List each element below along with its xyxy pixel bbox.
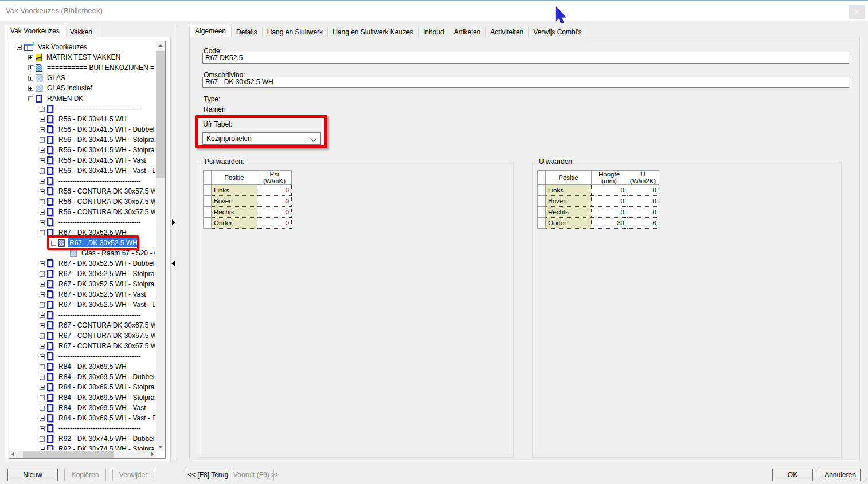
resize-grip[interactable] [860, 476, 867, 483]
value-cell[interactable]: 0 [627, 196, 659, 207]
value-cell[interactable]: 0 [257, 185, 292, 196]
tree-item[interactable]: R67 - DK 30x52.5 WH - Stolpraar [10, 269, 155, 279]
value-cell[interactable]: 30 [592, 218, 627, 229]
expand-toggle-icon[interactable] [40, 220, 45, 225]
tab-vakken[interactable]: Vakken [65, 27, 97, 37]
tree-item[interactable]: R56 - CONTURA DK 30x57.5 WH [10, 186, 155, 196]
tab-activiteiten[interactable]: Activiteiten [485, 27, 529, 37]
tree-item[interactable]: GLAS inclusief [10, 83, 155, 93]
tree-item[interactable]: Glas - Raam 67 - S20 - GL [10, 248, 155, 258]
expand-toggle-icon[interactable] [40, 333, 45, 339]
omschrijving-input[interactable]: R67 - DK 30x52.5 WH [202, 77, 849, 88]
tree-item[interactable]: R84 - DK 30x69.5 WH - Vast [10, 403, 155, 413]
tree-item[interactable]: ------------------------------------ [10, 176, 155, 186]
expand-toggle-icon[interactable] [40, 271, 45, 277]
expand-toggle-icon[interactable] [40, 148, 45, 153]
tab-details[interactable]: Details [231, 27, 263, 37]
value-cell[interactable]: 0 [627, 207, 659, 218]
tree-horizontal-scrollbar[interactable] [9, 451, 156, 458]
tree-item[interactable]: ------------------------------------ [10, 104, 155, 114]
expand-toggle-icon[interactable] [17, 45, 22, 50]
annuleren-button[interactable]: Annuleren [820, 469, 861, 481]
value-cell[interactable]: 0 [257, 218, 292, 229]
scroll-left-icon[interactable] [11, 452, 14, 457]
tab-artikelen[interactable]: Artikelen [449, 27, 486, 37]
row-selector[interactable] [204, 196, 212, 207]
splitter-expand-right-icon[interactable] [172, 219, 175, 225]
expand-toggle-icon[interactable] [40, 261, 45, 266]
expand-toggle-icon[interactable] [40, 168, 45, 174]
expand-toggle-icon[interactable] [40, 344, 45, 349]
tree-item[interactable]: ------------------------------------ [10, 351, 155, 361]
tab-inhoud[interactable]: Inhoud [418, 27, 449, 37]
ufr-tabel-dropdown[interactable]: Kozijnprofielen [202, 132, 321, 145]
expand-toggle-icon[interactable] [28, 86, 33, 91]
nieuw-button[interactable]: Nieuw [7, 469, 58, 481]
expand-toggle-icon[interactable] [40, 416, 45, 421]
value-cell[interactable]: 0 [257, 196, 292, 207]
tree-item[interactable]: GLAS [10, 73, 155, 83]
tab-hang-en-sluitwerk[interactable]: Hang en Sluitwerk [262, 27, 328, 37]
expand-toggle-icon[interactable] [40, 230, 45, 235]
tree-item[interactable]: R67 - CONTURA DK 30x67.5 WH [10, 320, 155, 330]
tree-item[interactable]: ------------------------------------ [10, 310, 155, 320]
tree-item[interactable]: R56 - DK 30x41.5 WH - Dubbel K [10, 124, 155, 135]
expand-toggle-icon[interactable] [28, 55, 33, 60]
tree-item[interactable]: R67 - DK 30x52.5 WH [10, 238, 155, 248]
value-cell[interactable]: 6 [627, 218, 659, 229]
tree-view[interactable]: Vak VoorkeuzesMATRIX TEST VAKKEN========… [9, 41, 166, 459]
tab-verwijs-combi-s[interactable]: Verwijs Combi's [528, 27, 587, 37]
expand-toggle-icon[interactable] [40, 426, 45, 431]
expand-toggle-icon[interactable] [40, 179, 45, 184]
code-input[interactable]: R67 DK52.5 [202, 53, 849, 64]
row-selector[interactable] [204, 207, 212, 218]
tree-item[interactable]: R67 - DK 30x52.5 WH - Dubbel K [10, 258, 155, 269]
scroll-up-icon[interactable] [158, 44, 163, 47]
row-selector[interactable] [538, 185, 546, 196]
tree-item[interactable]: R84 - DK 30x69.5 WH [10, 361, 155, 372]
tab-vak-voorkeuzes[interactable]: Vak Voorkeuzes [5, 25, 65, 37]
tree-item[interactable]: R56 - DK 30x41.5 WH - Stolpraar [10, 135, 155, 145]
value-cell[interactable]: 0 [592, 196, 627, 207]
close-button[interactable]: ✕ [849, 5, 865, 19]
expand-toggle-icon[interactable] [40, 302, 45, 308]
tree-item[interactable]: R56 - DK 30x41.5 WH - Stolpraar [10, 145, 155, 155]
expand-toggle-icon[interactable] [28, 76, 33, 81]
expand-toggle-icon[interactable] [40, 137, 45, 143]
tree-vertical-scrollbar[interactable] [156, 41, 165, 451]
tree-item[interactable]: RAMEN DK [10, 93, 155, 104]
tree-item[interactable]: R84 - DK 30x69.5 WH - Dubbel K [10, 372, 155, 382]
expand-toggle-icon[interactable] [28, 65, 33, 70]
expand-toggle-icon[interactable] [40, 210, 45, 215]
vertical-scroll-thumb[interactable] [156, 51, 165, 178]
tree-item[interactable]: R56 - DK 30x41.5 WH - Vast [10, 155, 155, 166]
tree-item[interactable]: R67 - DK 30x52.5 WH [10, 227, 155, 238]
expand-toggle-icon[interactable] [40, 323, 45, 328]
expand-toggle-icon[interactable] [40, 395, 45, 400]
expand-toggle-icon[interactable] [40, 385, 45, 390]
tree-item[interactable]: R67 - CONTURA DK 30x67.5 WH [10, 330, 155, 341]
tree-item[interactable]: R84 - DK 30x69.5 WH - Stolpraar [10, 382, 155, 392]
tree-item[interactable]: ------------------------------------ [10, 217, 155, 227]
tab-hang-en-sluitwerk-keuzes[interactable]: Hang en Sluitwerk Keuzes [327, 27, 419, 37]
tree-item[interactable]: R84 - DK 30x69.5 WH - Vast - Du [10, 413, 155, 423]
tree-item[interactable]: R56 - CONTURA DK 30x57.5 WH [10, 207, 155, 217]
expand-toggle-icon[interactable] [40, 189, 45, 194]
expand-toggle-icon[interactable] [40, 127, 45, 132]
panel-splitter[interactable] [175, 25, 175, 461]
tree-item[interactable]: Vak Voorkeuzes [10, 42, 155, 52]
expand-toggle-icon[interactable] [40, 364, 45, 369]
row-selector[interactable] [538, 207, 546, 218]
expand-toggle-icon[interactable] [28, 96, 33, 101]
tree-item[interactable]: R92 - DK 30x74.5 WH - Stolpraar [10, 444, 155, 450]
expand-toggle-icon[interactable] [40, 406, 45, 411]
tree-item[interactable]: R67 - DK 30x52.5 WH - Vast - Du [10, 300, 155, 310]
value-cell[interactable]: 0 [627, 185, 659, 196]
tree-item[interactable]: ------------------------------------ [10, 423, 155, 434]
f8-terug-button[interactable]: << [F8] Terug [187, 469, 226, 481]
expand-toggle-icon[interactable] [40, 436, 45, 442]
expand-toggle-icon[interactable] [40, 107, 45, 112]
tree-item[interactable]: R56 - DK 30x41.5 WH [10, 114, 155, 124]
scroll-down-icon[interactable] [158, 446, 163, 448]
expand-toggle-icon[interactable] [40, 354, 45, 359]
